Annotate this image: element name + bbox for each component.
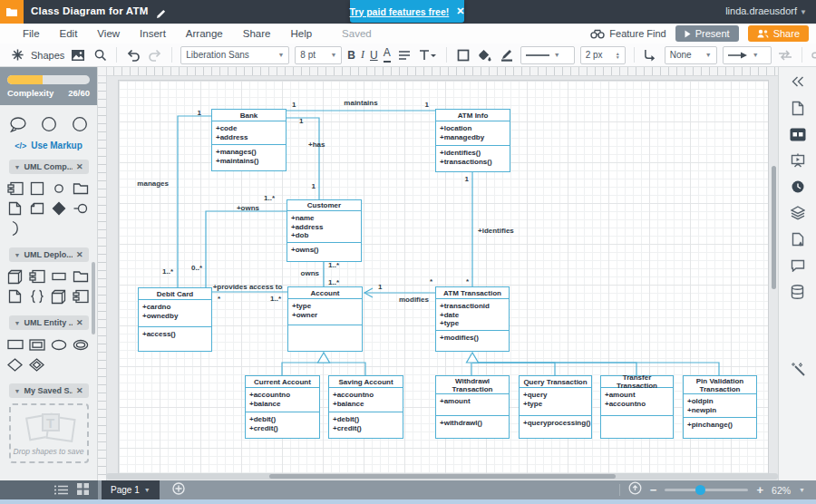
- circle-shape[interactable]: [69, 114, 91, 134]
- connector-type-icon[interactable]: [643, 47, 659, 63]
- shape-style-icon[interactable]: [455, 47, 471, 63]
- braces-shape[interactable]: [26, 286, 48, 306]
- text-align-icon[interactable]: [396, 47, 413, 63]
- arc-shape[interactable]: [5, 218, 26, 238]
- feature-find-button[interactable]: Feature Find: [590, 28, 665, 39]
- component-shape[interactable]: [26, 267, 48, 286]
- text-color-icon[interactable]: A: [384, 47, 391, 63]
- ellipse-double-shape[interactable]: [70, 334, 92, 354]
- uml-class-query-transaction[interactable]: Query Transaction+query+type+queryproces…: [519, 375, 592, 439]
- share-button[interactable]: Share: [748, 25, 809, 42]
- uml-class-pin-validation-transaction[interactable]: Pin Validation Transaction+oldpin+newpin…: [683, 375, 757, 439]
- comments-icon[interactable]: [789, 257, 807, 275]
- font-size-select[interactable]: 8 pt ▼: [295, 46, 342, 64]
- document-folder-icon[interactable]: [0, 0, 24, 24]
- close-icon[interactable]: ✕: [76, 318, 83, 327]
- library-section-uml-entity-[interactable]: ▼UML Entity ...✕: [9, 315, 89, 330]
- insert-image-icon[interactable]: [70, 47, 86, 63]
- page-tab[interactable]: Page 1 ▼: [102, 480, 160, 499]
- library-section-my-saved-s-[interactable]: ▼My Saved S...✕: [9, 383, 89, 398]
- line-style-select[interactable]: ▼: [520, 46, 575, 64]
- user-account-menu[interactable]: linda.draeusdorf ▼: [725, 5, 807, 16]
- menu-item-share[interactable]: Share: [233, 28, 281, 39]
- uml-class-customer[interactable]: Customer+name+address+dob+owns(): [287, 199, 362, 262]
- bold-icon[interactable]: B: [347, 49, 355, 62]
- present-button[interactable]: Present: [675, 25, 739, 42]
- history-icon[interactable]: [789, 178, 807, 196]
- component-shape[interactable]: [5, 179, 26, 199]
- uml-class-current-account[interactable]: Current Account+accountno+balance+debit(…: [245, 375, 320, 439]
- saved-shapes-dropzone[interactable]: T Drop shapes to save: [9, 403, 89, 463]
- sidebar-scrollbar[interactable]: [92, 262, 95, 334]
- bubble-shape[interactable]: [7, 114, 29, 134]
- rect-double-shape[interactable]: [26, 334, 48, 354]
- circle-sm-shape[interactable]: [48, 179, 70, 199]
- connector-start-select[interactable]: None ▼: [665, 46, 717, 64]
- uml-class-account[interactable]: Account+type+owner: [287, 286, 363, 352]
- trial-banner[interactable]: Try paid features free! ✕: [350, 0, 464, 23]
- library-section-uml-comp-[interactable]: ▼UML Comp...✕: [9, 160, 89, 174]
- diamond-shape[interactable]: [5, 354, 26, 374]
- chevron-down-icon[interactable]: ▼: [799, 487, 805, 493]
- uml-class-saving-account[interactable]: Saving Account+accountno+balance+debit()…: [328, 375, 403, 439]
- line-color-icon[interactable]: [499, 47, 515, 63]
- uml-class-bank[interactable]: Bank+code+address+manages()+maintains(): [211, 109, 287, 171]
- note-shape[interactable]: [5, 199, 26, 218]
- uml-class-atm-info[interactable]: ATM Info+location+managedby+identifies()…: [435, 109, 510, 172]
- zoom-slider[interactable]: [665, 489, 748, 491]
- library-section-uml-deplo-[interactable]: ▼UML Deplo...✕: [9, 247, 89, 262]
- uml-class-atm-transaction[interactable]: ATM Transaction+transactionid+date+type+…: [435, 286, 510, 352]
- circle-shape[interactable]: [38, 114, 60, 134]
- underline-icon[interactable]: U: [370, 49, 378, 62]
- vertical-scroll-thumb[interactable]: [772, 166, 776, 289]
- folder-shape[interactable]: [70, 267, 92, 286]
- grid-view-icon[interactable]: [77, 482, 89, 499]
- uml-class-debit-card[interactable]: Debit Card+cardno+ownedby+access(): [138, 287, 212, 352]
- cube-shape[interactable]: [48, 286, 70, 306]
- card-shape[interactable]: [26, 199, 48, 218]
- diagram-canvas[interactable]: 1maintains111+has11..*+ownsmanages1..*0.…: [98, 67, 778, 480]
- line-width-stepper[interactable]: 2 px ▲▼: [580, 46, 626, 64]
- menu-item-insert[interactable]: Insert: [130, 28, 176, 39]
- cube-shape[interactable]: [5, 267, 26, 286]
- text-options-icon[interactable]: [418, 47, 438, 63]
- fill-color-icon[interactable]: [477, 47, 493, 63]
- close-icon[interactable]: ✕: [76, 386, 83, 395]
- italic-icon[interactable]: I: [361, 48, 364, 62]
- swap-connection-icon[interactable]: [777, 47, 793, 63]
- page-outline-icon[interactable]: [789, 99, 807, 117]
- add-page-icon[interactable]: [172, 482, 185, 499]
- collapse-panel-icon[interactable]: [789, 73, 807, 91]
- interface-shape[interactable]: [70, 199, 92, 218]
- uml-class-transfer-transaction[interactable]: Transfer Transaction+amount+accountno: [600, 375, 674, 439]
- theme-icon[interactable]: [789, 230, 807, 248]
- menu-item-arrange[interactable]: Arrange: [176, 28, 233, 39]
- use-markup-link[interactable]: </> Use Markup: [0, 141, 97, 150]
- uml-class-withdrawl-transaction[interactable]: Withdrawl Transaction+amount+withdrawl(): [435, 375, 510, 439]
- menu-item-view[interactable]: View: [87, 28, 130, 39]
- vertical-scrollbar[interactable]: [771, 75, 777, 474]
- square-shape[interactable]: [26, 179, 48, 199]
- menu-item-help[interactable]: Help: [280, 28, 322, 39]
- banner-close-icon[interactable]: ✕: [456, 5, 464, 17]
- choice-shape[interactable]: [48, 199, 70, 218]
- font-family-select[interactable]: Liberation Sans ▼: [180, 46, 289, 64]
- menu-item-file[interactable]: File: [13, 28, 50, 39]
- horizontal-scrollbar[interactable]: [106, 473, 778, 480]
- ellipse-shape[interactable]: [48, 334, 70, 354]
- horizontal-scroll-thumb[interactable]: [269, 474, 616, 479]
- undo-icon[interactable]: [125, 47, 141, 63]
- hyperlink-icon[interactable]: [811, 47, 816, 63]
- fit-to-screen-icon[interactable]: [628, 481, 642, 499]
- presentation-icon[interactable]: [789, 151, 807, 170]
- zoom-out-icon[interactable]: −: [650, 484, 657, 496]
- close-icon[interactable]: ✕: [76, 162, 83, 171]
- shape-badge-icon[interactable]: [789, 125, 807, 143]
- trial-banner-link[interactable]: Try paid features free!: [350, 6, 450, 17]
- folder-shape[interactable]: [70, 179, 92, 199]
- list-view-icon[interactable]: [54, 482, 68, 499]
- search-icon[interactable]: [92, 47, 108, 63]
- magic-wand-icon[interactable]: [789, 360, 807, 378]
- rename-pencil-icon[interactable]: [156, 6, 166, 23]
- zoom-slider-knob[interactable]: [695, 485, 705, 495]
